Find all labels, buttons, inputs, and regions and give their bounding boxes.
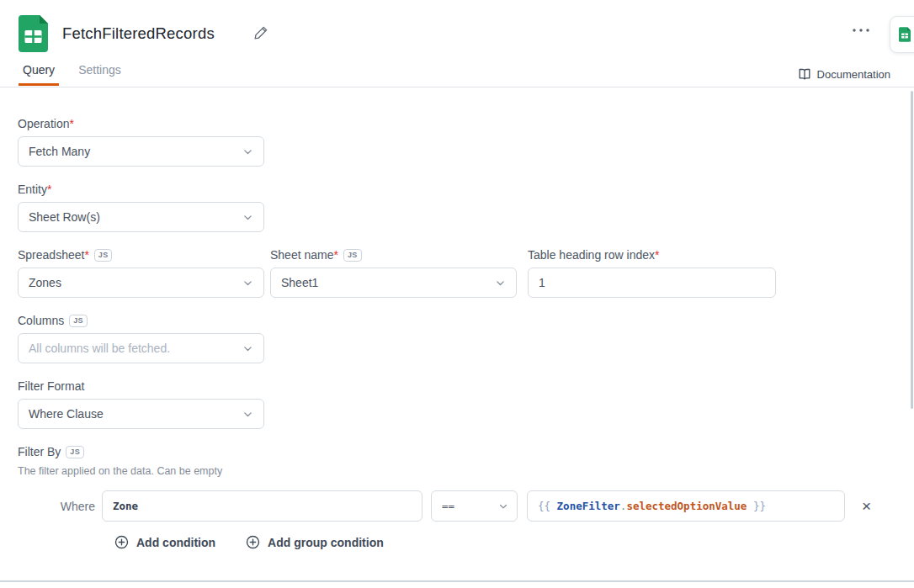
field-operation: Operation* Fetch Many (18, 117, 895, 167)
vertical-scrollbar[interactable] (911, 91, 913, 409)
operation-value: Fetch Many (29, 145, 90, 158)
plus-circle-icon (114, 535, 129, 549)
field-spreadsheet: Spreadsheet* JS Zones (18, 248, 264, 298)
entity-select[interactable]: Sheet Row(s) (18, 202, 264, 232)
add-condition-label: Add condition (136, 536, 215, 549)
required-asterisk: * (334, 248, 338, 262)
condition-actions: Add condition Add group condition (114, 535, 895, 549)
js-toggle-badge[interactable]: JS (66, 446, 84, 458)
columns-placeholder: All columns will be fetched. (29, 342, 170, 355)
where-label: Where (58, 500, 95, 513)
add-condition-button[interactable]: Add condition (114, 535, 215, 549)
code-property-token: selectedOptionValue (626, 500, 747, 512)
condition-key-input[interactable] (102, 490, 422, 522)
table-heading-row-index-input[interactable] (528, 268, 776, 298)
edit-name-pencil-icon[interactable] (253, 24, 269, 40)
code-close-brace: }} (747, 500, 766, 512)
js-toggle-badge[interactable]: JS (69, 315, 88, 327)
chevron-down-icon (495, 278, 506, 289)
documentation-label: Documentation (817, 68, 890, 81)
sheet-config-row: Spreadsheet* JS Zones Sheet name* JS She… (18, 248, 895, 298)
filter-by-label: Filter By (18, 445, 61, 458)
chevron-down-icon (242, 212, 253, 223)
documentation-link[interactable]: Documentation (798, 67, 890, 81)
code-open-brace: {{ (538, 500, 557, 512)
google-sheets-mini-icon (899, 27, 911, 42)
spreadsheet-label: Spreadsheet (18, 248, 84, 262)
condition-value-code-input[interactable]: {{ ZoneFilter.selectedOptionValue }} (527, 490, 845, 522)
filter-format-label: Filter Format (18, 379, 84, 393)
datasource-card[interactable] (890, 16, 914, 53)
filter-by-helper-text: The filter applied on the data. Can be e… (18, 465, 895, 477)
more-options-icon[interactable] (852, 28, 870, 33)
sheet-name-label: Sheet name (270, 248, 334, 262)
google-sheets-icon (19, 15, 48, 52)
add-group-condition-button[interactable]: Add group condition (246, 535, 384, 549)
code-object-token: ZoneFilter (557, 500, 620, 512)
chevron-down-icon (498, 501, 508, 511)
filter-format-select[interactable]: Where Clause (18, 399, 264, 429)
query-editor-page: { "header": { "title": "FetchFilteredRec… (0, 0, 914, 588)
field-sheet-name: Sheet name* JS Sheet1 (270, 248, 517, 298)
filter-format-value: Where Clause (29, 407, 104, 421)
query-form: Operation* Fetch Many Entity* Sheet Row(… (0, 87, 914, 549)
field-entity: Entity* Sheet Row(s) (18, 183, 895, 232)
columns-label: Columns (18, 314, 64, 327)
editor-tabbar: Query Settings Documentation (0, 63, 914, 87)
field-table-heading-row-index: Table heading row index* (528, 248, 776, 298)
operation-label: Operation (18, 117, 69, 130)
field-columns: Columns JS All columns will be fetched. (18, 314, 895, 363)
add-group-condition-label: Add group condition (268, 536, 384, 549)
table-heading-row-index-label: Table heading row index (528, 248, 655, 262)
chevron-down-icon (242, 146, 253, 157)
code-dot-token: . (620, 500, 627, 512)
book-icon (798, 67, 811, 81)
remove-condition-button[interactable]: × (862, 498, 871, 514)
plus-circle-icon (246, 535, 260, 549)
columns-select[interactable]: All columns will be fetched. (18, 333, 264, 363)
field-filter-format: Filter Format Where Clause (18, 379, 895, 429)
chevron-down-icon (242, 409, 253, 420)
js-toggle-badge[interactable]: JS (94, 249, 113, 262)
required-asterisk: * (69, 117, 73, 130)
where-condition-row: Where == {{ ZoneFilter.selectedOptionVal… (58, 490, 895, 522)
sheet-name-select[interactable]: Sheet1 (270, 268, 517, 298)
spreadsheet-value: Zones (29, 276, 61, 289)
condition-operator-select[interactable]: == (431, 490, 518, 522)
tab-settings[interactable]: Settings (74, 63, 125, 85)
required-asterisk: * (655, 248, 659, 262)
spreadsheet-select[interactable]: Zones (18, 268, 264, 298)
field-filter-by: Filter By JS The filter applied on the d… (18, 445, 895, 549)
query-name[interactable]: FetchFilteredRecords (62, 24, 215, 43)
operation-select[interactable]: Fetch Many (18, 136, 264, 167)
bottom-divider (0, 580, 914, 582)
js-toggle-badge[interactable]: JS (343, 249, 362, 262)
operator-value: == (442, 500, 454, 512)
chevron-down-icon (242, 278, 253, 289)
chevron-down-icon (242, 343, 253, 354)
required-asterisk: * (84, 248, 88, 262)
entity-label: Entity (18, 183, 47, 196)
query-header: FetchFilteredRecords (0, 0, 914, 52)
sheet-name-value: Sheet1 (281, 276, 318, 289)
entity-value: Sheet Row(s) (29, 210, 100, 224)
required-asterisk: * (47, 183, 51, 196)
tab-query[interactable]: Query (19, 63, 59, 86)
